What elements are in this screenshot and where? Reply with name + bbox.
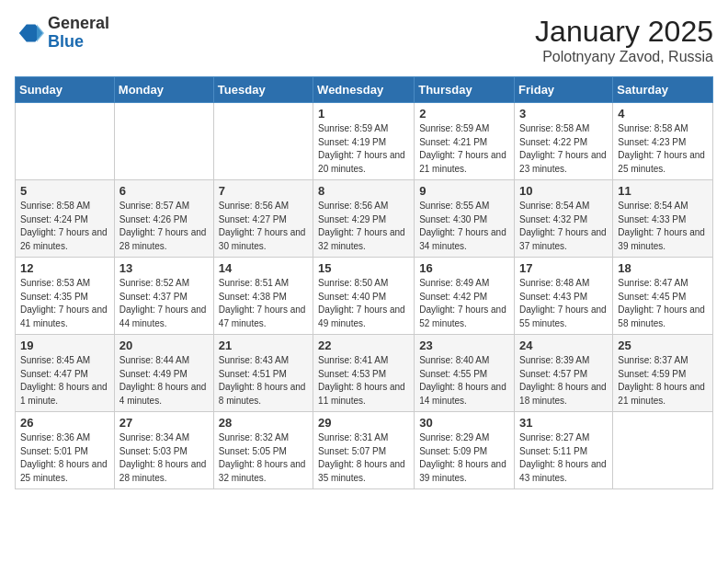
day-info: Sunrise: 8:53 AM Sunset: 4:35 PM Dayligh… bbox=[20, 277, 109, 330]
day-info: Sunrise: 8:27 AM Sunset: 5:11 PM Dayligh… bbox=[519, 431, 608, 485]
day-number: 6 bbox=[119, 184, 209, 198]
day-info: Sunrise: 8:50 AM Sunset: 4:40 PM Dayligh… bbox=[318, 277, 409, 330]
calendar-cell: 6Sunrise: 8:57 AM Sunset: 4:26 PM Daylig… bbox=[114, 180, 213, 258]
day-number: 31 bbox=[519, 416, 608, 430]
day-info: Sunrise: 8:40 AM Sunset: 4:55 PM Dayligh… bbox=[419, 354, 509, 408]
logo-icon bbox=[15, 18, 44, 48]
weekday-header-sunday: Sunday bbox=[16, 77, 115, 103]
day-info: Sunrise: 8:41 AM Sunset: 4:53 PM Dayligh… bbox=[318, 354, 409, 408]
day-number: 2 bbox=[419, 107, 509, 121]
calendar-cell: 13Sunrise: 8:52 AM Sunset: 4:37 PM Dayli… bbox=[114, 258, 213, 335]
day-info: Sunrise: 8:49 AM Sunset: 4:42 PM Dayligh… bbox=[419, 277, 509, 330]
day-info: Sunrise: 8:59 AM Sunset: 4:21 PM Dayligh… bbox=[419, 122, 509, 176]
day-number: 12 bbox=[20, 261, 109, 275]
calendar-cell: 9Sunrise: 8:55 AM Sunset: 4:30 PM Daylig… bbox=[415, 180, 515, 258]
day-number: 14 bbox=[219, 261, 308, 275]
day-info: Sunrise: 8:54 AM Sunset: 4:32 PM Dayligh… bbox=[519, 200, 608, 253]
weekday-header-wednesday: Wednesday bbox=[313, 77, 415, 103]
day-number: 7 bbox=[219, 184, 308, 198]
day-number: 21 bbox=[219, 339, 308, 352]
calendar-cell: 29Sunrise: 8:31 AM Sunset: 5:07 PM Dayli… bbox=[313, 412, 415, 489]
day-number: 22 bbox=[318, 339, 409, 352]
calendar-table: SundayMondayTuesdayWednesdayThursdayFrid… bbox=[15, 76, 713, 489]
day-info: Sunrise: 8:36 AM Sunset: 5:01 PM Dayligh… bbox=[20, 431, 109, 485]
weekday-header-tuesday: Tuesday bbox=[213, 77, 313, 103]
calendar-cell: 10Sunrise: 8:54 AM Sunset: 4:32 PM Dayli… bbox=[515, 180, 613, 258]
calendar-cell: 17Sunrise: 8:48 AM Sunset: 4:43 PM Dayli… bbox=[515, 258, 613, 335]
day-number: 26 bbox=[20, 416, 109, 430]
calendar-cell: 11Sunrise: 8:54 AM Sunset: 4:33 PM Dayli… bbox=[613, 180, 713, 258]
calendar-cell: 24Sunrise: 8:39 AM Sunset: 4:57 PM Dayli… bbox=[515, 335, 613, 412]
day-number: 13 bbox=[119, 261, 209, 275]
month-title: January 2025 bbox=[535, 15, 713, 49]
calendar-cell: 27Sunrise: 8:34 AM Sunset: 5:03 PM Dayli… bbox=[114, 412, 213, 489]
calendar-cell: 26Sunrise: 8:36 AM Sunset: 5:01 PM Dayli… bbox=[16, 412, 115, 489]
day-number: 5 bbox=[20, 184, 109, 198]
day-info: Sunrise: 8:44 AM Sunset: 4:49 PM Dayligh… bbox=[119, 354, 209, 408]
week-row-1: 1Sunrise: 8:59 AM Sunset: 4:19 PM Daylig… bbox=[16, 103, 713, 180]
week-row-2: 5Sunrise: 8:58 AM Sunset: 4:24 PM Daylig… bbox=[16, 180, 713, 258]
page-header: General Blue January 2025 Polotnyany Zav… bbox=[15, 15, 713, 65]
calendar-cell: 5Sunrise: 8:58 AM Sunset: 4:24 PM Daylig… bbox=[16, 180, 115, 258]
title-block: January 2025 Polotnyany Zavod, Russia bbox=[535, 15, 713, 65]
calendar-cell bbox=[213, 103, 313, 180]
calendar-cell: 31Sunrise: 8:27 AM Sunset: 5:11 PM Dayli… bbox=[515, 412, 613, 489]
day-number: 15 bbox=[318, 261, 409, 275]
weekday-header-saturday: Saturday bbox=[613, 77, 713, 103]
day-info: Sunrise: 8:47 AM Sunset: 4:45 PM Dayligh… bbox=[618, 277, 708, 330]
logo-blue-text: Blue bbox=[48, 33, 109, 52]
day-info: Sunrise: 8:59 AM Sunset: 4:19 PM Dayligh… bbox=[318, 122, 409, 176]
day-number: 19 bbox=[20, 339, 109, 352]
calendar-cell: 21Sunrise: 8:43 AM Sunset: 4:51 PM Dayli… bbox=[213, 335, 313, 412]
day-number: 27 bbox=[119, 416, 209, 430]
week-row-5: 26Sunrise: 8:36 AM Sunset: 5:01 PM Dayli… bbox=[16, 412, 713, 489]
calendar-cell bbox=[613, 412, 713, 489]
day-info: Sunrise: 8:37 AM Sunset: 4:59 PM Dayligh… bbox=[618, 354, 708, 408]
day-number: 10 bbox=[519, 184, 608, 198]
day-info: Sunrise: 8:43 AM Sunset: 4:51 PM Dayligh… bbox=[219, 354, 308, 408]
weekday-header-thursday: Thursday bbox=[415, 77, 515, 103]
calendar-cell: 22Sunrise: 8:41 AM Sunset: 4:53 PM Dayli… bbox=[313, 335, 415, 412]
day-number: 25 bbox=[618, 339, 708, 352]
calendar-cell: 2Sunrise: 8:59 AM Sunset: 4:21 PM Daylig… bbox=[415, 103, 515, 180]
day-number: 9 bbox=[419, 184, 509, 198]
day-number: 29 bbox=[318, 416, 409, 430]
day-info: Sunrise: 8:29 AM Sunset: 5:09 PM Dayligh… bbox=[419, 431, 509, 485]
weekday-header-row: SundayMondayTuesdayWednesdayThursdayFrid… bbox=[16, 77, 713, 103]
day-info: Sunrise: 8:57 AM Sunset: 4:26 PM Dayligh… bbox=[119, 200, 209, 253]
day-info: Sunrise: 8:51 AM Sunset: 4:38 PM Dayligh… bbox=[219, 277, 308, 330]
logo-general-text: General bbox=[48, 15, 109, 33]
day-number: 16 bbox=[419, 261, 509, 275]
day-info: Sunrise: 8:58 AM Sunset: 4:22 PM Dayligh… bbox=[519, 122, 608, 176]
day-info: Sunrise: 8:34 AM Sunset: 5:03 PM Dayligh… bbox=[119, 431, 209, 485]
day-info: Sunrise: 8:56 AM Sunset: 4:27 PM Dayligh… bbox=[219, 200, 308, 253]
week-row-3: 12Sunrise: 8:53 AM Sunset: 4:35 PM Dayli… bbox=[16, 258, 713, 335]
day-info: Sunrise: 8:48 AM Sunset: 4:43 PM Dayligh… bbox=[519, 277, 608, 330]
day-info: Sunrise: 8:31 AM Sunset: 5:07 PM Dayligh… bbox=[318, 431, 409, 485]
day-number: 8 bbox=[318, 184, 409, 198]
calendar-cell bbox=[16, 103, 115, 180]
day-info: Sunrise: 8:58 AM Sunset: 4:23 PM Dayligh… bbox=[618, 122, 708, 176]
logo: General Blue bbox=[15, 15, 109, 52]
calendar-cell: 3Sunrise: 8:58 AM Sunset: 4:22 PM Daylig… bbox=[515, 103, 613, 180]
calendar-cell: 19Sunrise: 8:45 AM Sunset: 4:47 PM Dayli… bbox=[16, 335, 115, 412]
day-number: 11 bbox=[618, 184, 708, 198]
day-number: 20 bbox=[119, 339, 209, 352]
day-info: Sunrise: 8:55 AM Sunset: 4:30 PM Dayligh… bbox=[419, 200, 509, 253]
day-number: 23 bbox=[419, 339, 509, 352]
day-number: 4 bbox=[618, 107, 708, 121]
day-number: 17 bbox=[519, 261, 608, 275]
day-info: Sunrise: 8:58 AM Sunset: 4:24 PM Dayligh… bbox=[20, 200, 109, 253]
day-info: Sunrise: 8:56 AM Sunset: 4:29 PM Dayligh… bbox=[318, 200, 409, 253]
day-number: 18 bbox=[618, 261, 708, 275]
calendar-cell: 12Sunrise: 8:53 AM Sunset: 4:35 PM Dayli… bbox=[16, 258, 115, 335]
logo-text: General Blue bbox=[48, 15, 109, 52]
calendar-cell: 15Sunrise: 8:50 AM Sunset: 4:40 PM Dayli… bbox=[313, 258, 415, 335]
day-number: 1 bbox=[318, 107, 409, 121]
calendar-cell bbox=[114, 103, 213, 180]
calendar-cell: 1Sunrise: 8:59 AM Sunset: 4:19 PM Daylig… bbox=[313, 103, 415, 180]
day-number: 3 bbox=[519, 107, 608, 121]
day-info: Sunrise: 8:54 AM Sunset: 4:33 PM Dayligh… bbox=[618, 200, 708, 253]
calendar-cell: 7Sunrise: 8:56 AM Sunset: 4:27 PM Daylig… bbox=[213, 180, 313, 258]
day-number: 24 bbox=[519, 339, 608, 352]
